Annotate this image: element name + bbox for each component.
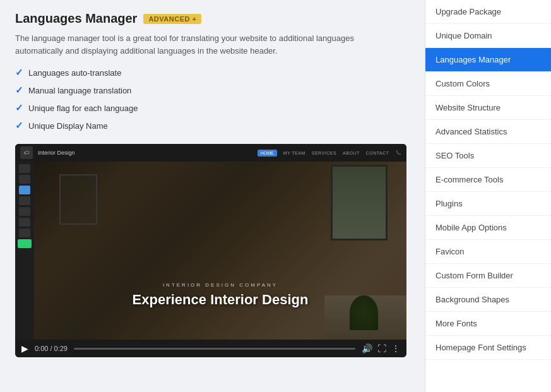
feature-text: Unique flag for each language — [28, 104, 138, 113]
sidebar-item-e-commerce-tools[interactable]: E-commerce Tools — [425, 168, 551, 192]
interior-text-block: INTERIOR DESIGN COMPANY Experience Inter… — [133, 282, 309, 308]
main-content: Languages Manager ADVANCED + The languag… — [0, 0, 425, 392]
nav-phone-icon: 📞 — [396, 150, 402, 155]
play-button[interactable]: ▶ — [21, 343, 28, 353]
sidebar-nav: Upgrade PackageUnique DomainLanguages Ma… — [425, 0, 551, 392]
sidebar-mockup — [15, 162, 34, 340]
sidebar-icon-green — [18, 239, 32, 248]
sidebar-icon-3 — [19, 186, 30, 194]
progress-bar[interactable] — [74, 348, 355, 350]
feature-item: ✓Unique flag for each language — [15, 102, 410, 114]
sidebar-icon-4 — [19, 196, 30, 205]
nav-logo-text: Interior Design — [38, 150, 75, 156]
sidebar-item-custom-form-builder[interactable]: Custom Form Builder — [425, 264, 551, 288]
volume-icon[interactable]: 🔊 — [362, 343, 372, 353]
sidebar-item-favicon[interactable]: Favicon — [425, 240, 551, 264]
sidebar-icon-7 — [19, 229, 30, 237]
sidebar-item-languages-manager[interactable]: Languages Manager — [425, 48, 551, 72]
sidebar-item-advanced-statistics[interactable]: Advanced Statistics — [425, 120, 551, 144]
nav-services: SERVICES — [312, 151, 336, 155]
video-container: 🏷 Interior Design HOME MY TEAM SERVICES … — [15, 144, 406, 357]
sidebar-item-unique-domain[interactable]: Unique Domain — [425, 24, 551, 48]
sidebar-item-upgrade-package[interactable]: Upgrade Package — [425, 0, 551, 24]
control-icons: 🔊 ⛶ ⋮ — [362, 343, 400, 353]
feature-item: ✓Unique Display Name — [15, 120, 410, 131]
sidebar-icon-1 — [19, 164, 30, 173]
checkmark-icon: ✓ — [15, 67, 23, 78]
nav-link-home: HOME — [258, 150, 277, 157]
feature-text: Languages auto-translate — [28, 68, 121, 78]
sidebar-item-background-shapes[interactable]: Background Shapes — [425, 288, 551, 312]
sidebar-item-plugins[interactable]: Plugins — [425, 192, 551, 216]
controls-bar: ▶ 0:00 / 0:29 🔊 ⛶ ⋮ — [15, 340, 406, 357]
interior-overlay — [34, 162, 406, 340]
interior-subtitle: INTERIOR DESIGN COMPANY — [133, 282, 309, 288]
feature-list: ✓Languages auto-translate✓Manual languag… — [15, 67, 410, 131]
website-mockup: 🏷 Interior Design HOME MY TEAM SERVICES … — [15, 144, 406, 340]
nav-my-team: MY TEAM — [283, 151, 305, 155]
sidebar-item-mobile-app-options[interactable]: Mobile App Options — [425, 216, 551, 240]
interior-bg: INTERIOR DESIGN COMPANY Experience Inter… — [34, 162, 406, 340]
feature-item: ✓Manual language translation — [15, 85, 410, 96]
feature-text: Manual language translation — [28, 86, 131, 95]
sidebar-item-website-structure[interactable]: Website Structure — [425, 96, 551, 120]
sidebar-icon-6 — [19, 218, 30, 227]
nav-about: ABOUT — [343, 151, 360, 155]
sidebar-icon-5 — [19, 207, 30, 216]
mockup-nav: 🏷 Interior Design HOME MY TEAM SERVICES … — [15, 144, 406, 162]
sidebar-item-custom-colors[interactable]: Custom Colors — [425, 72, 551, 96]
page-description: The language manager tool is a great too… — [15, 32, 394, 57]
feature-item: ✓Languages auto-translate — [15, 67, 410, 78]
video-preview: 🏷 Interior Design HOME MY TEAM SERVICES … — [15, 144, 406, 340]
checkmark-icon: ✓ — [15, 102, 23, 114]
more-icon[interactable]: ⋮ — [391, 343, 400, 353]
mockup-nav-left: 🏷 Interior Design — [20, 146, 254, 159]
interior-title: Experience Interior Design — [133, 292, 309, 308]
sidebar-item-homepage-font-settings[interactable]: Homepage Font Settings — [425, 336, 551, 360]
checkmark-icon: ✓ — [15, 85, 23, 96]
nav-contact: CONTACT — [366, 151, 389, 155]
page-header: Languages Manager ADVANCED + — [15, 11, 410, 26]
sidebar-icon-2 — [19, 175, 30, 184]
checkmark-icon: ✓ — [15, 120, 23, 131]
page-title: Languages Manager — [15, 11, 137, 26]
feature-text: Unique Display Name — [28, 121, 108, 131]
nav-links: HOME MY TEAM SERVICES ABOUT CONTACT 📞 — [258, 150, 401, 157]
sidebar-item-seo-tools[interactable]: SEO Tools — [425, 144, 551, 168]
time-display: 0:00 / 0:29 — [35, 345, 68, 352]
sidebar-item-more-fonts[interactable]: More Fonts — [425, 312, 551, 336]
fullscreen-icon[interactable]: ⛶ — [377, 343, 386, 353]
nav-icon-box: 🏷 — [20, 146, 33, 159]
advanced-badge: ADVANCED + — [143, 14, 201, 24]
